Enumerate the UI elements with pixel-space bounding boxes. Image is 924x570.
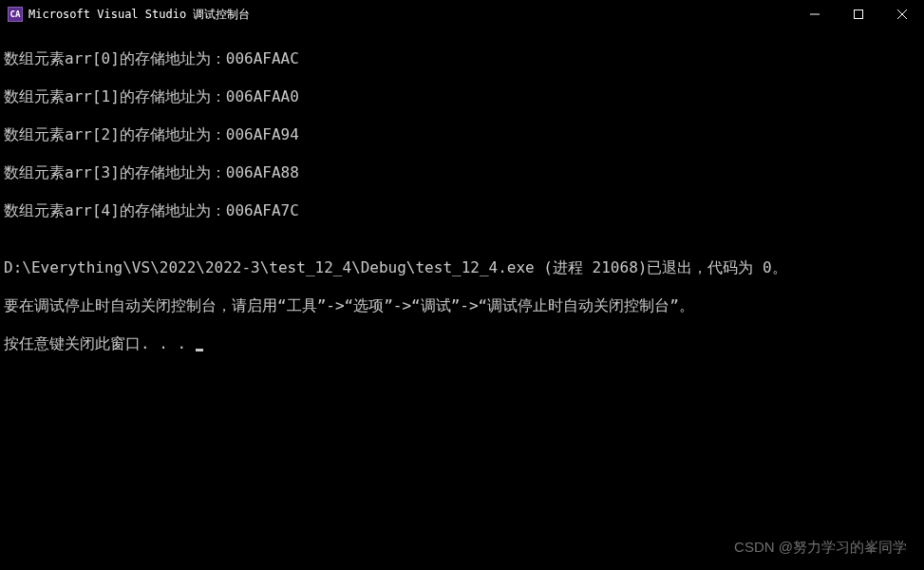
cursor: [196, 349, 203, 352]
minimize-button[interactable]: [793, 0, 837, 28]
titlebar: CA Microsoft Visual Studio 调试控制台: [0, 0, 924, 28]
window-title: Microsoft Visual Studio 调试控制台: [28, 7, 793, 23]
console-line: 数组元素arr[0]的存储地址为：006AFAAC: [4, 49, 920, 68]
console-line: 数组元素arr[2]的存储地址为：006AFA94: [4, 125, 920, 144]
minimize-icon: [810, 10, 820, 19]
prompt-text: 按任意键关闭此窗口. . .: [4, 334, 196, 352]
console-line: 要在调试停止时自动关闭控制台，请启用“工具”->“选项”->“调试”->“调试停…: [4, 296, 920, 315]
app-icon-text: CA: [10, 10, 21, 19]
console-line: D:\Everything\VS\2022\2022-3\test_12_4\D…: [4, 258, 920, 277]
svg-rect-1: [855, 10, 863, 19]
console-line: 数组元素arr[3]的存储地址为：006AFA88: [4, 163, 920, 182]
console-prompt: 按任意键关闭此窗口. . .: [4, 334, 920, 353]
console-line: 数组元素arr[4]的存储地址为：006AFA7C: [4, 201, 920, 220]
console-output: 数组元素arr[0]的存储地址为：006AFAAC 数组元素arr[1]的存储地…: [0, 28, 924, 374]
maximize-icon: [854, 10, 863, 19]
app-icon: CA: [8, 7, 23, 22]
close-button[interactable]: [880, 0, 924, 28]
console-line: 数组元素arr[1]的存储地址为：006AFAA0: [4, 87, 920, 106]
window-controls: [793, 0, 924, 28]
close-icon: [897, 10, 907, 19]
maximize-button[interactable]: [837, 0, 880, 28]
watermark: CSDN @努力学习的峯同学: [734, 539, 907, 557]
